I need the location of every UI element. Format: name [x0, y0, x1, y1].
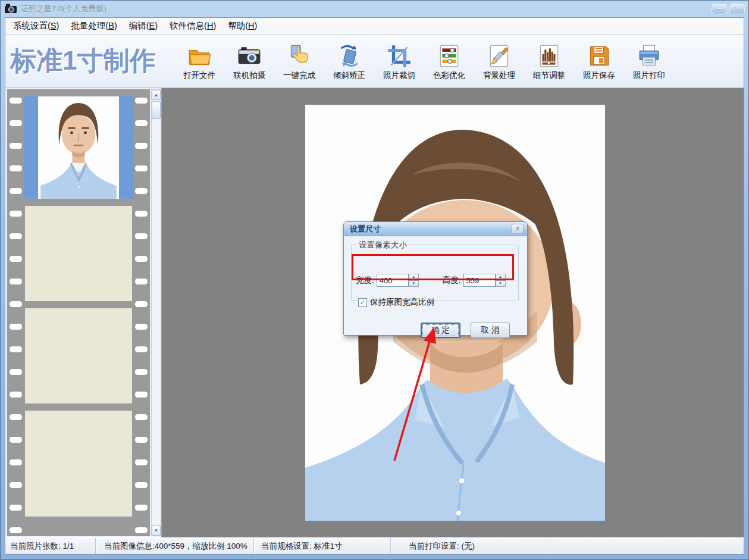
ok-button[interactable]: 确 定 — [421, 323, 460, 338]
sidebar-scrollbar[interactable]: ▲ ▼ — [151, 89, 161, 536]
width-spin-down-icon[interactable]: ▼ — [409, 280, 419, 287]
save-floppy-icon — [587, 43, 612, 68]
dialog-body: 设置像素大小 宽度: ▲ ▼ 高度: — [344, 236, 527, 336]
window-controls: – × — [712, 4, 745, 14]
tool-label: 照片打印 — [633, 70, 665, 81]
photo-print-button[interactable]: 照片打印 — [624, 41, 674, 81]
scroll-up-button[interactable]: ▲ — [152, 90, 161, 100]
thumbnail-slot-empty[interactable] — [25, 308, 132, 403]
histogram-icon — [537, 43, 562, 68]
window-body: 系统设置(S) 批量处理(B) 编辑(E) 软件信息(H) 帮助(H) 标准1寸… — [5, 17, 744, 555]
app-window: 证照之星7.0(个人免费版) – × 系统设置(S) 批量处理(B) 编辑(E)… — [0, 0, 749, 560]
width-label: 宽度: — [356, 275, 374, 286]
thumbnail-slot-selected[interactable] — [24, 96, 133, 199]
selection-band-left — [24, 96, 38, 199]
status-photo-count: 当前照片张数: 1/1 — [5, 538, 96, 554]
dialog-title-bar[interactable]: 设置尺寸 × — [344, 222, 527, 236]
photo-save-button[interactable]: 照片保存 — [574, 41, 624, 81]
camera-icon — [237, 43, 262, 68]
close-button[interactable]: × — [729, 4, 745, 14]
title-bar: 证照之星7.0(个人免费版) – × — [1, 1, 748, 17]
main-canvas: 设置尺寸 × 设置像素大小 宽度: ▲ — [162, 88, 744, 537]
status-print-setting: 当前打印设置: (无) — [391, 538, 544, 554]
film-strip — [7, 89, 150, 536]
minimize-button[interactable]: – — [712, 4, 727, 14]
menu-item-edit[interactable]: 编辑(E) — [124, 18, 163, 34]
keep-ratio-row: ✓ 保持原图宽高比例 — [358, 297, 434, 308]
photo-crop-button[interactable]: 照片裁切 — [374, 41, 424, 81]
crop-icon — [387, 43, 412, 68]
dialog-title: 设置尺寸 — [350, 224, 381, 234]
portrait-thumbnail-image — [38, 96, 119, 199]
menu-item-system-settings[interactable]: 系统设置(S) — [8, 18, 64, 34]
thumbnail-slot-empty[interactable] — [25, 411, 132, 517]
width-stepper: ▲ ▼ — [377, 274, 419, 287]
width-spin-up-icon[interactable]: ▲ — [409, 274, 419, 280]
printer-icon — [637, 43, 662, 68]
app-camera-icon — [4, 3, 17, 15]
one-click-hand-icon — [287, 43, 312, 68]
selection-band-right — [119, 96, 133, 199]
thumbnail-slots — [24, 89, 133, 536]
status-empty — [544, 538, 744, 554]
tool-label: 色彩优化 — [433, 70, 465, 81]
window-title: 证照之星7.0(个人免费版) — [21, 4, 106, 14]
status-bar: 当前照片张数: 1/1 当前图像信息:400*559，缩放比例 100% 当前规… — [5, 537, 744, 554]
content-area: ▲ ▼ — [5, 88, 744, 537]
film-perforations-right — [133, 89, 149, 536]
tool-label: 照片裁切 — [383, 70, 415, 81]
dialog-close-button[interactable]: × — [512, 224, 524, 234]
size-input-row: 宽度: ▲ ▼ 高度: — [356, 273, 506, 287]
menu-item-batch-process[interactable]: 批量处理(B) — [65, 18, 122, 34]
thumbnail-slot-empty[interactable] — [25, 206, 132, 301]
scroll-down-button[interactable]: ▼ — [152, 525, 161, 536]
background-brush-icon — [487, 43, 512, 68]
tool-label: 背景处理 — [483, 70, 515, 81]
color-sliders-icon — [437, 43, 462, 68]
background-process-button[interactable]: 背景处理 — [474, 41, 524, 81]
keep-ratio-checkbox[interactable]: ✓ — [358, 298, 367, 307]
menu-bar: 系统设置(S) 批量处理(B) 编辑(E) 软件信息(H) 帮助(H) — [5, 18, 744, 35]
menu-item-software-info[interactable]: 软件信息(H) — [164, 18, 221, 34]
tool-label: 联机拍摄 — [233, 70, 265, 81]
mode-title: 标准1寸制作 — [8, 43, 174, 79]
tool-label: 一键完成 — [283, 70, 315, 81]
status-image-info: 当前图像信息:400*559，缩放比例 100% — [96, 538, 254, 554]
height-spin-down-icon[interactable]: ▼ — [496, 280, 506, 287]
set-size-dialog: 设置尺寸 × 设置像素大小 宽度: ▲ — [343, 221, 528, 336]
color-optimize-button[interactable]: 色彩优化 — [424, 41, 474, 81]
keep-ratio-label: 保持原图宽高比例 — [370, 297, 434, 308]
menu-item-help[interactable]: 帮助(H) — [222, 18, 262, 34]
height-stepper: ▲ ▼ — [463, 274, 506, 287]
tilt-correct-icon — [337, 43, 362, 68]
film-perforations-left — [8, 89, 24, 536]
one-click-finish-button[interactable]: 一键完成 — [274, 41, 324, 81]
toolbar: 标准1寸制作 打开文件 联机拍摄 — [5, 35, 744, 88]
height-input[interactable] — [463, 274, 496, 287]
detail-adjust-button[interactable]: 细节调整 — [524, 41, 574, 81]
open-file-button[interactable]: 打开文件 — [174, 41, 224, 81]
width-input[interactable] — [377, 274, 409, 287]
thumbnail-sidebar: ▲ ▼ — [5, 88, 162, 537]
width-spinner: ▲ ▼ — [409, 274, 419, 287]
tool-label: 照片保存 — [583, 70, 615, 81]
scrollbar-thumb[interactable] — [152, 101, 161, 119]
height-spin-up-icon[interactable]: ▲ — [496, 274, 506, 280]
open-folder-icon — [187, 43, 212, 68]
cancel-button[interactable]: 取 消 — [471, 323, 510, 338]
dialog-buttons: 确 定 取 消 — [344, 323, 527, 338]
group-label: 设置像素大小 — [356, 240, 409, 251]
tilt-correct-button[interactable]: 倾斜矫正 — [324, 41, 374, 81]
photo-thumbnail — [38, 96, 119, 199]
tool-label: 倾斜矫正 — [333, 70, 365, 81]
tool-label: 细节调整 — [533, 70, 565, 81]
status-spec-setting: 当前规格设置: 标准1寸 — [254, 538, 391, 554]
height-label: 高度: — [443, 275, 461, 286]
tool-label: 打开文件 — [183, 70, 215, 81]
height-spinner: ▲ ▼ — [496, 274, 506, 287]
camera-capture-button[interactable]: 联机拍摄 — [224, 41, 274, 81]
